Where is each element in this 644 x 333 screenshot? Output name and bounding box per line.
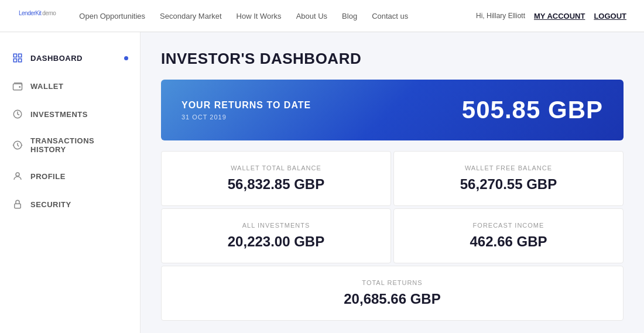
nav-secondary-market[interactable]: Secondary Market [160,12,222,20]
security-icon [12,198,23,210]
stat-forecast-income: FORECAST INCOME 462.66 GBP [393,208,624,263]
top-navigation: LenderKitdemo Open Opportunities Seconda… [0,0,644,32]
sidebar-item-profile[interactable]: PROFILE [0,162,140,190]
stat-wallet-free: WALLET FREE BALANCE 56,270.55 GBP [393,151,624,206]
stat-total-returns: TOTAL RETURNS 20,685.66 GBP [161,266,624,321]
history-icon [12,139,23,151]
stat-value-total-returns: 20,685.66 GBP [178,291,607,307]
stat-value-forecast-income: 462.66 GBP [410,234,607,250]
svg-rect-1 [19,54,22,57]
sidebar-label-transactions: TRANSACTIONS HISTORY [30,136,128,154]
sidebar-item-investments[interactable]: INVESTMENTS [0,100,140,128]
svg-rect-2 [13,59,16,62]
sidebar: DASHBOARD WALLET INVESTMENTS [0,32,141,333]
page-title: INVESTOR'S DASHBOARD [161,50,624,68]
wallet-icon [12,80,23,92]
sidebar-item-dashboard[interactable]: DASHBOARD [0,44,140,72]
logo-badge: demo [42,10,56,16]
sidebar-label-investments: INVESTMENTS [30,110,88,119]
nav-about-us[interactable]: About Us [296,12,327,20]
sidebar-item-wallet[interactable]: WALLET [0,72,140,100]
sidebar-label-dashboard: DASHBOARD [30,54,83,63]
stat-value-wallet-total: 56,832.85 GBP [178,176,374,193]
svg-rect-0 [13,54,16,57]
sidebar-label-security: SECURITY [30,200,71,209]
stat-value-wallet-free: 56,270.55 GBP [410,176,607,193]
returns-banner: YOUR RETURNS TO DATE 31 OCT 2019 505.85 … [161,80,624,140]
profile-icon [12,170,23,182]
svg-rect-8 [15,204,21,208]
sidebar-item-transactions-history[interactable]: TRANSACTIONS HISTORY [0,128,140,162]
logo-text: LenderKit [19,10,41,16]
sidebar-label-wallet: WALLET [30,82,63,91]
main-content: INVESTOR'S DASHBOARD YOUR RETURNS TO DAT… [141,32,644,333]
banner-label: YOUR RETURNS TO DATE [181,100,311,111]
svg-point-7 [16,173,19,176]
stat-label-forecast-income: FORECAST INCOME [410,222,607,229]
nav-right: Hi, Hillary Elliott MY ACCOUNT LOGOUT [476,12,626,20]
sidebar-item-security[interactable]: SECURITY [0,190,140,218]
main-layout: DASHBOARD WALLET INVESTMENTS [0,32,644,333]
stat-label-all-investments: ALL INVESTMENTS [178,222,374,229]
logo[interactable]: LenderKitdemo [18,8,56,23]
stats-grid: WALLET TOTAL BALANCE 56,832.85 GBP WALLE… [161,151,624,321]
stat-label-total-returns: TOTAL RETURNS [178,279,607,286]
nav-contact-us[interactable]: Contact us [372,12,408,20]
stat-label-wallet-free: WALLET FREE BALANCE [410,164,607,171]
stat-value-all-investments: 20,223.00 GBP [178,234,374,250]
nav-left: LenderKitdemo Open Opportunities Seconda… [18,8,408,23]
grid-icon [12,52,23,64]
stat-all-investments: ALL INVESTMENTS 20,223.00 GBP [161,208,391,263]
stat-label-wallet-total: WALLET TOTAL BALANCE [178,164,374,171]
sidebar-label-profile: PROFILE [30,172,66,181]
stat-wallet-total: WALLET TOTAL BALANCE 56,832.85 GBP [161,151,391,206]
svg-rect-3 [19,59,22,62]
nav-blog[interactable]: Blog [342,12,357,20]
nav-open-opportunities[interactable]: Open Opportunities [79,12,145,20]
banner-date: 31 OCT 2019 [181,114,311,121]
banner-value: 505.85 GBP [462,96,603,124]
nav-links: Open Opportunities Secondary Market How … [79,12,408,20]
my-account-link[interactable]: MY ACCOUNT [534,12,585,20]
banner-left: YOUR RETURNS TO DATE 31 OCT 2019 [181,100,311,121]
logout-link[interactable]: LOGOUT [594,12,626,20]
nav-how-it-works[interactable]: How It Works [237,12,282,20]
investments-icon [12,108,23,120]
user-greeting: Hi, Hillary Elliott [476,12,525,20]
